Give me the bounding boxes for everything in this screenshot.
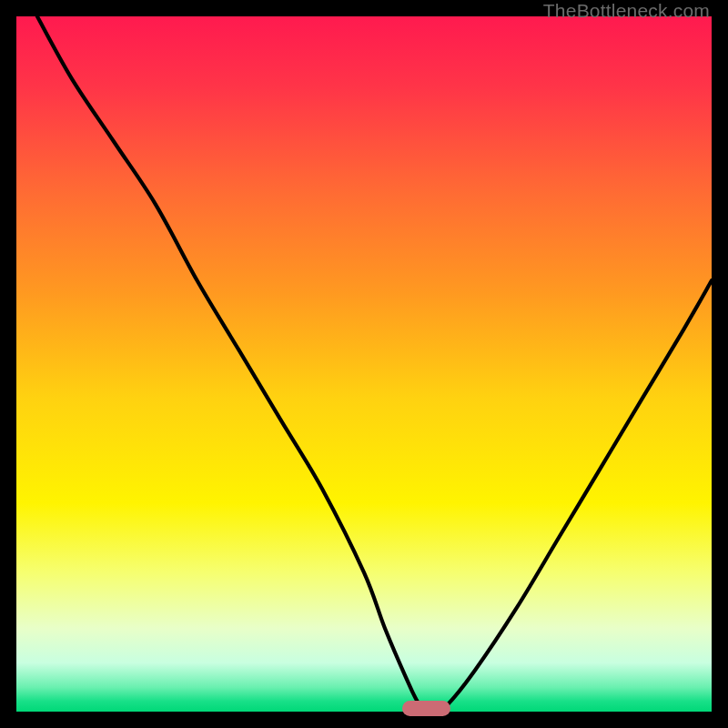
watermark-text: TheBottleneck.com [543, 0, 710, 22]
minimum-marker [402, 701, 450, 716]
bottleneck-curve [16, 16, 712, 712]
chart-frame [16, 16, 712, 712]
